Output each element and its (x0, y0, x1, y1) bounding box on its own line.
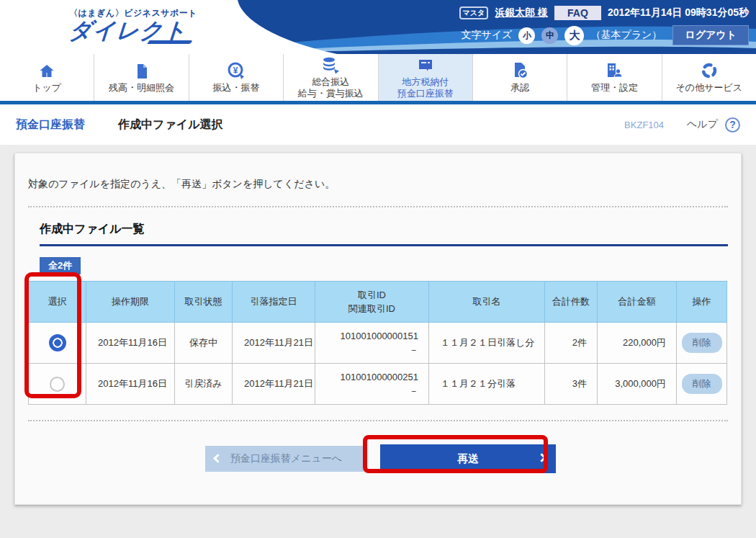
nav-item-bulk-transfer[interactable]: 総合振込 給与・賞与振込 (284, 54, 378, 101)
cell-related-id: － (315, 384, 418, 398)
nav-item-admin-settings[interactable]: 管理・設定 (567, 54, 662, 101)
building-user-icon (605, 61, 624, 80)
dotted-divider (28, 206, 728, 207)
cell-transaction-id: 101001000000251 (315, 370, 418, 385)
cell-debit-date: 2012年11月21日 (233, 364, 315, 405)
chevron-right-icon (537, 453, 546, 462)
cell-deadline: 2012年11月16日 (86, 364, 175, 405)
row-select-radio[interactable] (49, 334, 66, 351)
cell-debit-date: 2012年11月21日 (233, 323, 315, 364)
nav-item-top[interactable]: トップ (0, 54, 94, 101)
font-size-medium-button[interactable]: 中 (541, 27, 558, 44)
nav-item-local-tax-direct-debit[interactable]: 地方税納付 預金口座振替 (379, 54, 473, 101)
nav-label: 管理・設定 (591, 82, 638, 94)
user-name-link[interactable]: 浜銀太郎 様 (495, 6, 548, 19)
table-row: 2012年11月16日 保存中 2012年11月21日 101001000000… (29, 323, 727, 364)
section-title: 作成中ファイル一覧 (40, 223, 145, 235)
col-header-transaction-id: 取引ID 関連取引ID (315, 282, 429, 323)
resend-button[interactable]: 再送 (380, 444, 556, 473)
cell-amount: 220,000円 (598, 323, 677, 364)
col-header-action: 操作 (677, 282, 727, 323)
col-header-deadline: 操作期限 (86, 282, 175, 323)
dotted-divider (28, 420, 728, 421)
delete-button[interactable]: 削除 (682, 374, 722, 394)
nav-label: その他サービス (676, 82, 743, 94)
nav-item-other-services[interactable]: その他サービス (662, 54, 756, 101)
nav-label: 振込・振替 (212, 82, 259, 94)
back-to-menu-button[interactable]: 預金口座振替メニューへ (205, 446, 367, 472)
files-table: 選択 操作期限 取引状態 引落指定日 取引ID 関連取引ID 取引名 合計件数 … (28, 281, 727, 405)
help-label: ヘルプ (687, 118, 718, 131)
bank-logo: 〈はまぎん〉ビジネスサポート ダイレクト (69, 7, 197, 44)
nav-item-balance-inquiry[interactable]: 残高・明細照会 (94, 54, 189, 101)
table-header-row: 選択 操作期限 取引状態 引落指定日 取引ID 関連取引ID 取引名 合計件数 … (29, 282, 727, 323)
cell-related-id: － (315, 343, 418, 357)
database-transfer-icon (321, 55, 340, 74)
logout-button[interactable]: ログアウト (672, 25, 749, 45)
main-navigation: トップ 残高・明細照会 ¥ 振込・振替 総合振込 給与・賞与振込 地方税納付 預… (0, 54, 756, 101)
help-icon[interactable]: ? (725, 117, 740, 133)
document-check-icon (510, 61, 529, 80)
nav-label: 地方税納付 預金口座振替 (397, 76, 454, 100)
cell-count: 3件 (545, 364, 598, 405)
col-header-name: 取引名 (429, 282, 545, 323)
cell-transaction-id: 101001000000151 (315, 329, 418, 344)
plan-label: （基本プラン） (590, 29, 662, 42)
current-datetime: 2012年11月14日 09時31分05秒 (608, 6, 749, 19)
col-header-count: 合計件数 (545, 282, 598, 323)
record-count-badge: 全2件 (40, 257, 81, 274)
main-panel: 対象のファイルを指定のうえ、「再送」ボタンを押してください。 作成中ファイル一覧… (14, 153, 742, 505)
cell-status: 保存中 (175, 323, 233, 364)
logo-title: ダイレクト (68, 19, 198, 43)
breadcrumb-category: 預金口座振替 (16, 117, 85, 133)
font-size-large-button[interactable]: 大 (564, 26, 584, 45)
cell-name: １１月２１分引落 (429, 364, 545, 405)
screen-id: BKZF104 (624, 120, 664, 130)
col-header-amount: 合計金額 (598, 282, 677, 323)
cell-amount: 3,000,000円 (598, 364, 677, 405)
home-icon (38, 61, 55, 80)
page-title: 作成中ファイル選択 (118, 117, 223, 133)
nav-label: トップ (32, 82, 61, 94)
row-select-radio[interactable] (50, 377, 65, 392)
payment-slip-icon (416, 55, 435, 74)
cell-count: 2件 (545, 323, 598, 364)
instruction-text: 対象のファイルを指定のうえ、「再送」ボタンを押してください。 (28, 153, 728, 191)
cell-name: １１月２１日引落し分 (429, 323, 545, 364)
master-user-badge: マスタ (459, 6, 489, 19)
col-header-status: 取引状態 (175, 282, 233, 323)
services-circle-icon (700, 61, 719, 80)
nav-item-approval[interactable]: 承認 (473, 54, 567, 101)
col-header-select: 選択 (29, 282, 86, 323)
nav-label: 残高・明細照会 (109, 82, 174, 94)
page-title-bar: 預金口座振替 作成中ファイル選択 BKZF104 ヘルプ ? (0, 104, 756, 145)
font-size-small-button[interactable]: 小 (518, 27, 535, 44)
app-header: 〈はまぎん〉ビジネスサポート ダイレクト マスタ 浜銀太郎 様 FAQ 2012… (0, 0, 756, 54)
nav-item-transfer[interactable]: ¥ 振込・振替 (189, 54, 284, 101)
col-header-debit-date: 引落指定日 (233, 282, 315, 323)
svg-text:¥: ¥ (233, 65, 238, 75)
cell-deadline: 2012年11月16日 (86, 323, 175, 364)
faq-button[interactable]: FAQ (554, 6, 601, 20)
table-row: 2012年11月16日 引戻済み 2012年11月21日 10100100000… (29, 364, 727, 405)
font-size-label: 文字サイズ (461, 29, 512, 42)
delete-button[interactable]: 削除 (682, 333, 722, 353)
nav-label: 承認 (510, 82, 529, 94)
logo-swoosh (147, 40, 193, 44)
content-area: 対象のファイルを指定のうえ、「再送」ボタンを押してください。 作成中ファイル一覧… (0, 153, 756, 538)
button-zone: 預金口座振替メニューへ 再送 (28, 431, 728, 481)
section-header: 作成中ファイル一覧 (40, 222, 728, 246)
yen-transfer-icon: ¥ (227, 61, 246, 80)
cell-status: 引戻済み (175, 364, 233, 405)
chevron-left-icon (213, 454, 222, 463)
document-icon (133, 61, 150, 80)
nav-label: 総合振込 給与・賞与振込 (298, 76, 364, 100)
